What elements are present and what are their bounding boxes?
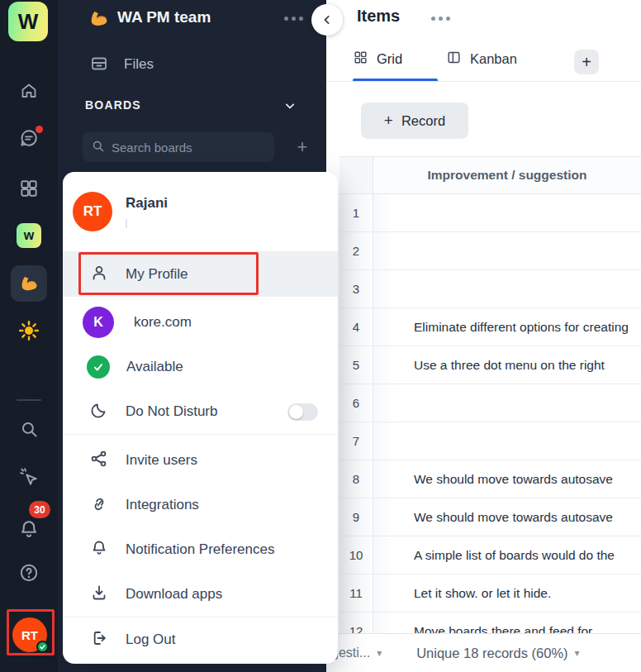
menu-item-download-apps[interactable]: Download apps bbox=[63, 572, 338, 617]
workspaces-grid-icon[interactable] bbox=[18, 178, 40, 199]
table-row[interactable]: 2 bbox=[339, 232, 641, 270]
user-avatar[interactable]: RT bbox=[12, 617, 47, 652]
kanban-view-icon bbox=[446, 50, 462, 69]
caret-down-icon: ▾ bbox=[377, 647, 382, 659]
sidebar-item-files[interactable]: Files bbox=[89, 53, 154, 76]
menu-item-available[interactable]: Available bbox=[63, 345, 338, 389]
view-tabs: Grid Kanban + bbox=[326, 0, 641, 82]
user-name: Rajani bbox=[126, 195, 168, 212]
menu-item-label: kore.com bbox=[134, 314, 192, 331]
table-row[interactable]: 6 bbox=[339, 384, 641, 422]
row-number: 1 bbox=[339, 194, 373, 231]
user-avatar: RT bbox=[73, 192, 112, 231]
table-row[interactable]: 3 bbox=[339, 270, 641, 308]
table-row[interactable]: 8We should move towards autosave bbox=[339, 460, 641, 498]
table-row[interactable]: 9We should move towards autosave bbox=[339, 498, 641, 536]
table-row[interactable]: 10A simple list of boards would do the bbox=[339, 536, 641, 574]
help-icon[interactable] bbox=[18, 562, 40, 584]
available-check-icon bbox=[87, 355, 110, 379]
add-record-label: Record bbox=[401, 113, 445, 129]
records-summary-dropdown[interactable]: Unique 18 records (60%) ▾ bbox=[416, 646, 579, 661]
home-icon[interactable] bbox=[19, 81, 39, 101]
row-cell[interactable] bbox=[373, 384, 641, 422]
row-cell[interactable] bbox=[373, 422, 641, 460]
app-logo-letter: W bbox=[18, 9, 39, 35]
table-row[interactable]: 4Eliminate different options for creatin… bbox=[339, 308, 641, 346]
menu-item-my-profile[interactable]: My Profile bbox=[63, 252, 338, 297]
sun-emoji-icon[interactable] bbox=[18, 320, 40, 341]
add-board-button[interactable]: + bbox=[289, 134, 316, 160]
row-cell[interactable] bbox=[373, 270, 641, 307]
row-cell[interactable]: We should move towards autosave bbox=[373, 460, 641, 498]
table-row[interactable]: 7 bbox=[339, 422, 641, 460]
row-number: 6 bbox=[339, 384, 373, 422]
search-icon[interactable] bbox=[18, 418, 40, 440]
add-view-button[interactable]: + bbox=[574, 50, 599, 74]
chat-unread-dot bbox=[36, 126, 43, 133]
row-number: 3 bbox=[339, 270, 373, 307]
row-number: 8 bbox=[339, 460, 373, 498]
add-record-button[interactable]: + Record bbox=[361, 102, 468, 139]
tab-kanban[interactable]: Kanban bbox=[446, 50, 517, 69]
menu-item-notification-preferences[interactable]: Notification Preferences bbox=[63, 527, 338, 572]
team-more-icon[interactable] bbox=[284, 17, 303, 21]
getting-started-cursor-icon[interactable] bbox=[18, 466, 40, 488]
rail-divider bbox=[17, 399, 41, 401]
sidebar-collapse-button[interactable] bbox=[311, 4, 343, 36]
menu-item-do-not-disturb[interactable]: Do Not Disturb bbox=[63, 389, 338, 434]
table-row[interactable]: 11Let it show. or let it hide. bbox=[339, 574, 641, 612]
chevron-down-icon[interactable] bbox=[282, 98, 298, 117]
search-boards-input[interactable]: Search boards bbox=[83, 132, 274, 162]
row-cell[interactable]: A simple list of boards would do the bbox=[373, 536, 641, 574]
menu-item-organization[interactable]: K kore.com bbox=[63, 300, 338, 345]
row-cell[interactable]: Eliminate different options for creating bbox=[373, 308, 641, 346]
table-row[interactable]: 12Move boards there and feed for bbox=[339, 612, 641, 633]
person-icon bbox=[89, 263, 109, 287]
column-header[interactable]: Improvement / suggestion bbox=[373, 157, 641, 193]
workspace-w-tile[interactable]: w bbox=[17, 223, 41, 248]
notifications-bell-icon[interactable] bbox=[17, 517, 40, 541]
field-summary-dropdown[interactable]: gesti... ▾ bbox=[331, 646, 382, 660]
menu-item-integrations[interactable]: Integrations bbox=[63, 483, 338, 527]
row-number: 4 bbox=[339, 308, 373, 346]
muscle-emoji-icon bbox=[18, 273, 40, 294]
menu-item-log-out[interactable]: Log Out bbox=[63, 617, 338, 662]
table-row[interactable]: 5Use a three dot menu on the right bbox=[339, 346, 641, 384]
dnd-toggle[interactable] bbox=[287, 403, 318, 421]
row-number: 11 bbox=[339, 574, 373, 612]
row-cell[interactable] bbox=[373, 194, 641, 231]
menu-item-invite-users[interactable]: Invite users bbox=[63, 438, 338, 483]
share-icon bbox=[89, 449, 109, 473]
files-icon bbox=[89, 53, 109, 76]
app-logo[interactable]: W bbox=[8, 2, 48, 41]
table-row[interactable]: 1 bbox=[339, 194, 641, 232]
grid-header-row: Improvement / suggestion bbox=[339, 156, 641, 194]
menu-item-label: Download apps bbox=[126, 586, 222, 603]
menu-item-label: My Profile bbox=[126, 266, 188, 283]
menu-item-label: Integrations bbox=[126, 497, 199, 513]
workspace-active-tile[interactable] bbox=[11, 265, 47, 302]
menu-item-label: Do Not Disturb bbox=[126, 403, 217, 420]
row-cell[interactable] bbox=[373, 232, 641, 269]
profile-dropdown-menu: RT Rajani My Profile K kore.com Availabl… bbox=[63, 172, 338, 664]
row-number-header bbox=[339, 157, 373, 193]
row-number: 5 bbox=[339, 346, 373, 384]
bell-icon bbox=[89, 538, 109, 562]
workspace-w-letter: w bbox=[24, 228, 34, 243]
grid-view-icon bbox=[353, 50, 368, 69]
team-muscle-emoji-icon bbox=[88, 7, 110, 33]
boards-section-label[interactable]: BOARDS bbox=[85, 98, 141, 112]
tab-grid[interactable]: Grid bbox=[353, 50, 402, 69]
row-cell[interactable]: Use a three dot menu on the right bbox=[373, 346, 641, 384]
row-number: 9 bbox=[339, 498, 373, 536]
tab-kanban-label: Kanban bbox=[470, 51, 517, 67]
row-cell[interactable]: We should move towards autosave bbox=[373, 498, 641, 536]
row-number: 10 bbox=[339, 536, 373, 574]
search-icon bbox=[91, 139, 105, 156]
row-cell[interactable]: Move boards there and feed for bbox=[373, 612, 641, 633]
active-tab-underline bbox=[353, 79, 438, 81]
moon-icon bbox=[89, 400, 109, 424]
logout-icon bbox=[89, 628, 109, 652]
row-cell[interactable]: Let it show. or let it hide. bbox=[373, 574, 641, 612]
menu-item-label: Available bbox=[126, 359, 183, 375]
